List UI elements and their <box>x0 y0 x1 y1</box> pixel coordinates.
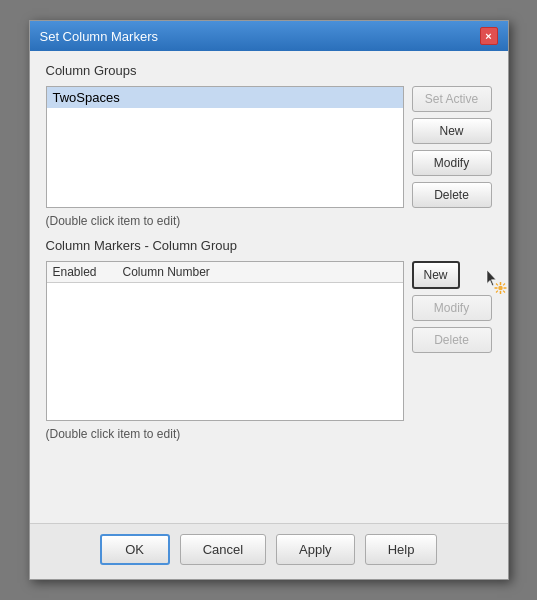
cancel-button[interactable]: Cancel <box>180 534 266 565</box>
svg-marker-9 <box>487 270 496 286</box>
dialog-body: Column Groups TwoSpaces Set Active New M… <box>30 51 508 523</box>
header-enabled: Enabled <box>53 265 123 279</box>
new-marker-button-container: New <box>412 261 492 289</box>
dialog-footer: OK Cancel Apply Help <box>30 523 508 579</box>
header-column-number: Column Number <box>123 265 397 279</box>
column-markers-hint: (Double click item to edit) <box>46 427 492 441</box>
column-markers-section: Column Markers - Column Group Enabled Co… <box>46 238 492 441</box>
set-active-button[interactable]: Set Active <box>412 86 492 112</box>
column-groups-buttons: Set Active New Modify Delete <box>412 86 492 208</box>
column-markers-buttons: New <box>412 261 492 421</box>
new-group-button[interactable]: New <box>412 118 492 144</box>
modify-group-button[interactable]: Modify <box>412 150 492 176</box>
svg-line-5 <box>496 284 498 286</box>
modify-marker-button[interactable]: Modify <box>412 295 492 321</box>
column-groups-listbox[interactable]: TwoSpaces <box>46 86 404 208</box>
column-markers-label: Column Markers - Column Group <box>46 238 492 253</box>
column-groups-section: Column Groups TwoSpaces Set Active New M… <box>46 63 492 228</box>
column-groups-label: Column Groups <box>46 63 492 78</box>
column-groups-row: TwoSpaces Set Active New Modify Delete <box>46 86 492 208</box>
cursor-sparkle-icon <box>484 267 514 297</box>
column-groups-hint: (Double click item to edit) <box>46 214 492 228</box>
delete-marker-button[interactable]: Delete <box>412 327 492 353</box>
list-item[interactable]: TwoSpaces <box>47 87 403 108</box>
delete-group-button[interactable]: Delete <box>412 182 492 208</box>
column-markers-header: Enabled Column Number <box>47 262 403 283</box>
ok-button[interactable]: OK <box>100 534 170 565</box>
title-bar: Set Column Markers × <box>30 21 508 51</box>
dialog-title: Set Column Markers <box>40 29 158 44</box>
svg-line-6 <box>503 284 505 286</box>
svg-line-7 <box>496 291 498 293</box>
new-marker-button[interactable]: New <box>412 261 460 289</box>
svg-line-8 <box>503 291 505 293</box>
help-button[interactable]: Help <box>365 534 438 565</box>
column-markers-listbox[interactable]: Enabled Column Number <box>46 261 404 421</box>
svg-point-0 <box>498 286 503 291</box>
close-button[interactable]: × <box>480 27 498 45</box>
apply-button[interactable]: Apply <box>276 534 355 565</box>
column-markers-row: Enabled Column Number New <box>46 261 492 421</box>
set-column-markers-dialog: Set Column Markers × Column Groups TwoSp… <box>29 20 509 580</box>
